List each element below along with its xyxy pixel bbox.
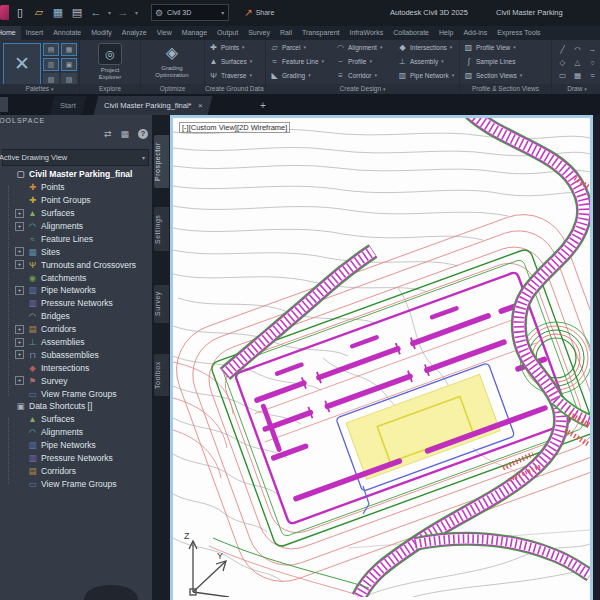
tree-item-alignments[interactable]: +◠Alignments [0, 220, 152, 233]
viewport-view-control[interactable]: [Custom View] [189, 123, 237, 132]
intersections-menu[interactable]: ◆Intersections▾ [394, 40, 459, 54]
file-tab-start[interactable]: Start [50, 96, 87, 115]
palettes-panel-label[interactable]: Palettes ▾ [0, 84, 79, 94]
tab-prospector[interactable]: Prospector [154, 135, 169, 188]
draw-panel-label[interactable]: Draw ▾ [552, 84, 600, 94]
parcel-menu[interactable]: ▱Parcel▾ [266, 40, 332, 54]
viewport-controls[interactable]: [-][Custom View][2D Wireframe] [179, 122, 290, 133]
draw-polyline-icon[interactable]: → [585, 43, 600, 56]
corridor-menu[interactable]: ≡Corridor▾ [332, 68, 394, 82]
tree-item-pressure-networks[interactable]: ▥Pressure Networks [0, 297, 152, 310]
undo-history-caret-icon[interactable]: ▾ [108, 9, 111, 16]
tree-item-corridors[interactable]: +▤Corridors [0, 323, 152, 336]
create-design-panel-label[interactable]: Create Design ▾ [266, 84, 459, 94]
properties-palette-icon[interactable]: ▤ [43, 43, 59, 56]
share-button[interactable]: ↗Share [244, 7, 274, 18]
draw-hatch-icon[interactable]: ▦ [570, 69, 585, 82]
tree-item-data-shortcuts-[interactable]: ▣Data Shortcuts [] [0, 400, 152, 413]
draw-spline-icon[interactable]: ≈ [585, 69, 600, 82]
tree-item-view-frame-groups[interactable]: ▭View Frame Groups [0, 477, 152, 490]
ribbon-tab-survey[interactable]: Survey [243, 26, 275, 40]
surfaces-menu[interactable]: ▲Surfaces▾ [205, 54, 265, 68]
ribbon-tab-modify[interactable]: Modify [86, 26, 117, 40]
traverse-menu[interactable]: ΨTraverse▾ [205, 68, 265, 82]
redo-icon[interactable]: → [116, 4, 130, 21]
expand-icon[interactable]: + [15, 209, 24, 218]
viewport-visual-style-control[interactable]: [2D Wireframe] [237, 123, 287, 132]
tree-item-sites[interactable]: +▦Sites [0, 245, 152, 258]
tree-item-pressure-networks[interactable]: ▥Pressure Networks [0, 452, 152, 465]
explore-panel-label[interactable]: Explore [80, 84, 140, 94]
ribbon-tab-manage[interactable]: Manage [177, 26, 212, 40]
toolspace-button[interactable]: ✕ [3, 43, 41, 85]
drawing-viewport[interactable]: Z Y [-][Custom View][2D Wireframe] [170, 115, 593, 600]
expand-icon[interactable]: + [15, 260, 24, 269]
tree-item-bridges[interactable]: ◠Bridges [0, 310, 152, 323]
workspace-switcher[interactable]: ⚙Civil 3D▾ [151, 4, 229, 21]
expand-icon[interactable]: + [15, 222, 24, 231]
draw-line-icon[interactable]: ╱ [555, 43, 570, 56]
draw-polygon-icon[interactable]: △ [570, 56, 585, 69]
undo-icon[interactable]: ← [89, 4, 103, 21]
section-views-menu[interactable]: ▧Section Views▾ [460, 68, 551, 82]
tree-item-feature-lines[interactable]: ≈Feature Lines [0, 232, 152, 245]
new-file-icon[interactable]: ▯ [13, 4, 27, 21]
file-tab-document[interactable]: Civil Master Parking_final*× [94, 96, 213, 115]
item-preview-icon[interactable]: ▦ [120, 129, 129, 139]
expand-icon[interactable]: + [15, 325, 24, 334]
sample-lines-button[interactable]: ∫Sample Lines [460, 54, 551, 68]
tree-item-corridors[interactable]: ▤Corridors [0, 464, 152, 477]
save-icon[interactable]: ▦ [51, 4, 65, 21]
grading-menu[interactable]: ◣Grading▾ [266, 68, 332, 82]
draw-point-icon[interactable]: ◇ [555, 56, 570, 69]
tree-item-points[interactable]: ✚Points [0, 181, 152, 194]
close-tab-icon[interactable]: × [198, 96, 203, 115]
tree-item-surfaces[interactable]: +▲Surfaces [0, 207, 152, 220]
tree-item-pipe-networks[interactable]: +▥Pipe Networks [0, 284, 152, 297]
tree-item-subassemblies[interactable]: +⊓Subassemblies [0, 348, 152, 361]
ribbon-tab-insert[interactable]: Insert [21, 26, 49, 40]
draw-rectangle-icon[interactable]: ▭ [555, 69, 570, 82]
app-logo-icon[interactable] [0, 5, 9, 20]
sheet-set-icon[interactable]: ▥ [43, 58, 59, 71]
tree-item-view-frame-groups[interactable]: ▭View Frame Groups [0, 387, 152, 400]
tree-item-point-groups[interactable]: ✚Point Groups [0, 194, 152, 207]
grading-optimization-button[interactable]: ◈ Grading Optimization [152, 43, 192, 79]
profile-view-menu[interactable]: ▨Profile View▾ [460, 40, 551, 54]
profile-menu[interactable]: ~Profile▾ [332, 54, 394, 68]
pipe-network-menu[interactable]: ▥Pipe Network▾ [394, 68, 459, 82]
expand-icon[interactable]: + [15, 376, 24, 385]
points-menu[interactable]: ✚Points▾ [205, 40, 265, 54]
tree-item-intersections[interactable]: ◆Intersections [0, 361, 152, 374]
alignment-menu[interactable]: ◠Alignment▾ [332, 40, 394, 54]
viewport-minimize-control[interactable]: [-] [182, 123, 189, 132]
data-shortcut-icon[interactable]: ⇄ [104, 129, 112, 139]
tool-palettes-icon[interactable]: ▦ [61, 43, 77, 56]
new-tab-button[interactable]: + [256, 99, 270, 112]
tree-item-alignments[interactable]: ◠Alignments [0, 426, 152, 439]
open-file-icon[interactable]: ▱ [32, 4, 46, 21]
expand-icon[interactable]: + [15, 350, 24, 359]
tree-item-assemblies[interactable]: +⊥Assemblies [0, 336, 152, 349]
help-icon[interactable]: ? [138, 129, 148, 139]
ribbon-tab-analyze[interactable]: Analyze [117, 26, 152, 40]
draw-circle-icon[interactable]: ○ [585, 56, 600, 69]
expand-icon[interactable]: + [15, 247, 24, 256]
ribbon-tab-output[interactable]: Output [212, 26, 243, 40]
ribbon-tab-home[interactable]: Home [0, 26, 21, 40]
file-tab-menu-icon[interactable] [0, 97, 8, 112]
create-ground-data-panel-label[interactable]: Create Ground Data ▾ [205, 84, 265, 94]
feature-line-menu[interactable]: ≈Feature Line▾ [266, 54, 332, 68]
redo-history-caret-icon[interactable]: ▾ [135, 9, 138, 16]
assembly-menu[interactable]: ⊥Assembly▾ [394, 54, 459, 68]
ribbon-tab-collaborate[interactable]: Collaborate [388, 26, 434, 40]
project-explorer-button[interactable]: ◎ Project Explorer [90, 43, 130, 81]
ribbon-tab-help[interactable]: Help [434, 26, 458, 40]
profile-section-views-panel-label[interactable]: Profile & Section Views [460, 84, 551, 94]
tree-item-civil-master-parking-final[interactable]: ▢Civil Master Parking_final [0, 168, 152, 181]
expand-icon[interactable]: + [15, 338, 24, 347]
ribbon-tab-transparent[interactable]: Transparent [297, 26, 344, 40]
tree-item-turnouts-and-crossovers[interactable]: +ΨTurnouts and Crossovers [0, 258, 152, 271]
ribbon-tab-view[interactable]: View [152, 26, 177, 40]
ribbon-tab-rail[interactable]: Rail [275, 26, 297, 40]
